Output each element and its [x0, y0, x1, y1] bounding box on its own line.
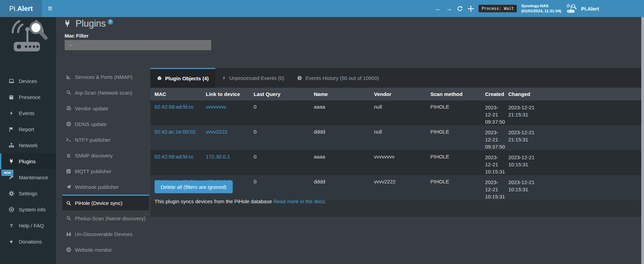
sidebar-item-devices[interactable]: Devices	[0, 73, 56, 89]
back-icon[interactable]: ←	[435, 5, 441, 12]
search-icon	[66, 216, 71, 221]
device-link[interactable]: vvvv2222	[206, 129, 227, 135]
created-cell: 2023-12-2110:15:31	[481, 175, 504, 200]
docs-link[interactable]: Read more in the docs.	[273, 198, 326, 204]
tab-plugin-objects[interactable]: Plugin Objects (4)	[150, 68, 215, 88]
mac-cell: 02:42:ac:1e:00:02	[150, 125, 202, 150]
page-header: Plugins ?	[63, 18, 113, 29]
device-cell: vvvvvvvv	[202, 100, 250, 125]
plugin-item-website-monitor[interactable]: Website monitor	[62, 242, 149, 258]
table-row: 02:42:ac:1e:00:02 vvvv2222 0 dddd null P…	[150, 125, 642, 150]
column-header-mac[interactable]: MAC	[150, 88, 202, 100]
move-icon[interactable]	[468, 5, 474, 12]
column-header-vendor[interactable]: Vendor	[370, 88, 426, 100]
plugin-item-ddns-update[interactable]: DDNS update	[62, 116, 149, 132]
sidebar-toggle-button[interactable]: ≡	[44, 0, 56, 17]
plugin-item-label: Un-Discoverable Devices	[75, 231, 132, 237]
scrollbar[interactable]	[641, 17, 644, 264]
plugin-item-label: MQTT publisher	[75, 168, 111, 174]
plugin-item-label: Pholus-Scan (Name discovery)	[75, 216, 146, 221]
forward-icon[interactable]: →	[446, 5, 452, 12]
bolt-icon	[8, 110, 14, 116]
gear-icon	[8, 191, 14, 196]
tab-unprocessed-events[interactable]: Unprocessed Events (0)	[215, 68, 291, 88]
sidebar-item-system-info[interactable]: System info	[0, 202, 56, 218]
column-header-changed[interactable]: Changed	[504, 88, 642, 100]
plugin-item-label: Vendor update	[75, 106, 108, 111]
help-badge[interactable]: ?	[108, 19, 113, 25]
name-cell: aaaa	[310, 100, 370, 125]
host-name: Synology-NAS	[521, 3, 561, 9]
plugin-item-webhook-publisher[interactable]: Webhook publisher	[62, 179, 149, 195]
sidebar-item-label: Report	[19, 126, 34, 132]
created-cell: 2023-12-2109:37:50	[481, 100, 504, 125]
plugin-item-label: DDNS update	[75, 121, 107, 127]
device-link[interactable]: 172.30.0.1	[206, 154, 230, 159]
column-header-link-to-device[interactable]: Link to device	[202, 88, 250, 100]
plugin-item-ntfy-publisher[interactable]: NTFY publisher	[62, 132, 149, 148]
brand-logo[interactable]: Pi.Alert	[0, 0, 42, 17]
tab-label: Plugin Objects (4)	[165, 75, 209, 81]
mac-link[interactable]: 02:42:59:ad:fd:cc	[155, 154, 194, 159]
plugin-item-services-ports[interactable]: Services & Ports (NMAP)	[62, 69, 149, 85]
created-cell: 2023-12-2109:37:50	[481, 125, 504, 150]
last-query-cell: 0	[250, 150, 310, 175]
new-badge: NEW	[1, 170, 13, 176]
plugin-item-arp-scan[interactable]: Arp-Scan (Network scan)	[62, 85, 149, 100]
page-title: Plugins	[76, 18, 106, 29]
rss-square-icon	[66, 169, 71, 174]
mac-link[interactable]: 02:42:59:ad:fd:cc	[155, 104, 194, 110]
column-header-created[interactable]: Created	[481, 88, 504, 100]
plugin-item-undiscoverable-devices[interactable]: Un-Discoverable Devices	[62, 226, 149, 242]
sidebar-item-report[interactable]: Report	[0, 121, 56, 137]
plugin-description-text: This plugin syncs devices from the PiHol…	[155, 198, 272, 204]
column-header-name[interactable]: Name	[310, 88, 370, 100]
mac-filter-input[interactable]	[65, 40, 211, 50]
plugin-item-mqtt-publisher[interactable]: MQTT publisher	[62, 163, 149, 179]
chip-icon	[8, 207, 14, 212]
plugin-item-pihole-device-sync[interactable]: PiHole (Device sync)	[62, 195, 149, 210]
changed-cell: 2023-12-2121:15:31	[504, 125, 642, 150]
table-header-row: MAC Link to device Last Query Name Vendo…	[150, 88, 642, 100]
scan-method-cell: PIHOLE	[426, 100, 481, 125]
tab-events-history[interactable]: Events History (50 out of 10000)	[291, 68, 385, 88]
plugin-item-snmp-discovery[interactable]: SSNMP discovery	[62, 148, 149, 163]
sidebar-item-label: Devices	[19, 78, 37, 84]
pialert-mini-logo-icon	[566, 4, 577, 14]
process-status-badge[interactable]: Process: Wait	[479, 5, 517, 12]
sidebar-item-settings[interactable]: Settings	[0, 185, 56, 202]
plugin-item-label: Webhook publisher	[75, 184, 119, 190]
sidebar-item-network[interactable]: Network	[0, 137, 56, 153]
refresh-icon[interactable]	[457, 5, 463, 12]
plugin-item-vendor-update[interactable]: Vendor update	[62, 100, 149, 116]
plugin-panel: Plugin Objects (4) Unprocessed Events (0…	[150, 68, 642, 217]
mac-link[interactable]: 02:42:ac:1e:00:02	[155, 129, 196, 135]
sidebar-item-help-faq[interactable]: ?Help / FAQ	[0, 218, 56, 234]
question-icon: ?	[8, 223, 14, 228]
plugin-description: This plugin syncs devices from the PiHol…	[155, 198, 326, 204]
calendar-icon	[8, 95, 14, 100]
column-header-last-query[interactable]: Last Query	[250, 88, 310, 100]
sidebar-item-presence[interactable]: Presence	[0, 89, 56, 105]
sidebar-item-label: Presence	[19, 94, 40, 100]
device-link[interactable]: vvvvvvvv	[206, 104, 226, 110]
search-icon	[66, 90, 71, 95]
sidebar-item-events[interactable]: Events	[0, 105, 56, 121]
sidebar-item-label: Maintenance	[19, 175, 48, 180]
column-header-scan-method[interactable]: Scan method	[426, 88, 481, 100]
vendor-cell: vvvvvvvv	[370, 150, 426, 175]
sidebar-item-plugins[interactable]: Plugins	[0, 153, 56, 169]
plugin-item-pholus-scan[interactable]: Pholus-Scan (Name discovery)	[62, 210, 149, 226]
scan-method-cell: PIHOLE	[426, 125, 481, 150]
sidebar-item-donations[interactable]: ♥Donations	[0, 234, 56, 250]
host-info: Synology-NAS (01/01/2024, 11:31:04)	[521, 3, 561, 14]
flag-icon	[8, 127, 14, 132]
table-row: 02:42:59:ad:fd:cc 172.30.0.1 0 aaaa vvvv…	[150, 150, 642, 175]
plugin-item-label: SNMP discovery	[75, 153, 113, 158]
last-query-cell: 0	[250, 100, 310, 125]
name-cell: dddd	[310, 175, 370, 200]
vendor-cell: null	[370, 125, 426, 150]
delete-all-button[interactable]: Delete all (filters are ignored)	[155, 180, 233, 193]
globe-icon	[66, 247, 71, 252]
created-cell: 2023-12-2110:15:31	[481, 150, 504, 175]
